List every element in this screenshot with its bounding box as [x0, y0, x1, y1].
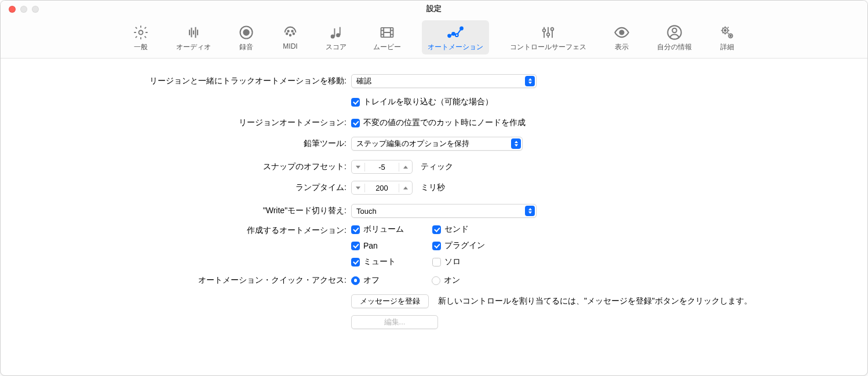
checkbox-icon — [351, 119, 360, 127]
svg-point-22 — [672, 28, 676, 32]
tab-label: コントロールサーフェス — [510, 42, 586, 52]
checkbox-label: ミュート — [363, 257, 396, 267]
tab-view[interactable]: 表示 — [607, 20, 636, 54]
svg-point-17 — [543, 29, 546, 32]
chevron-up-icon[interactable] — [399, 181, 412, 194]
titlebar: 設定 — [1, 1, 867, 17]
checkbox-label: 不変の値の位置でのカット時にノードを作成 — [363, 118, 526, 128]
svg-point-13 — [448, 35, 451, 38]
plugin-checkbox[interactable]: プラグイン — [432, 240, 513, 251]
automation-icon — [447, 24, 464, 41]
svg-point-0 — [139, 31, 143, 35]
checkbox-label: プラグイン — [444, 240, 485, 251]
checkbox-icon — [351, 98, 360, 107]
button-label: 編集... — [384, 317, 406, 327]
learn-message-button[interactable]: メッセージを登録 — [351, 294, 429, 308]
notes-icon — [327, 24, 345, 41]
tab-control-surfaces[interactable]: コントロールサーフェス — [504, 20, 592, 54]
mute-checkbox[interactable]: ミュート — [351, 257, 432, 267]
tab-label: 表示 — [615, 42, 629, 52]
write-mode-popup[interactable]: Touch — [351, 204, 537, 218]
checkbox-label: センド — [444, 224, 469, 235]
quick-access-label: オートメーション・クイック・アクセス: — [24, 275, 351, 286]
preferences-window: 設定 一般 オーディオ 録音 MIDI — [0, 0, 868, 376]
move-automation-popup[interactable]: 確認 — [351, 74, 537, 88]
tab-record[interactable]: 録音 — [232, 20, 261, 54]
checkbox-icon — [432, 242, 441, 250]
svg-point-18 — [547, 33, 550, 36]
chevron-down-icon[interactable] — [352, 160, 364, 173]
tab-label: 自分の情報 — [657, 42, 692, 52]
checkbox-label: トレイルを取り込む（可能な場合） — [363, 97, 493, 107]
quick-on-radio[interactable]: オン — [432, 275, 460, 286]
quick-off-radio[interactable]: オフ — [351, 275, 380, 286]
chevron-updown-icon — [525, 206, 535, 216]
preferences-toolbar: 一般 オーディオ 録音 MIDI スコア — [1, 17, 867, 59]
snap-unit: ティック — [421, 162, 453, 172]
chevron-down-icon[interactable] — [352, 181, 364, 194]
checkbox-label: ソロ — [444, 257, 461, 267]
tab-advanced[interactable]: 詳細 — [713, 20, 742, 54]
record-icon — [238, 24, 255, 41]
svg-point-20 — [620, 31, 624, 35]
tab-general[interactable]: 一般 — [126, 20, 155, 54]
popup-value: Touch — [356, 207, 377, 216]
svg-point-4 — [290, 35, 291, 36]
chevron-up-icon[interactable] — [399, 160, 412, 173]
pan-checkbox[interactable]: Pan — [351, 240, 432, 251]
create-nodes-checkbox[interactable]: 不変の値の位置でのカット時にノードを作成 — [351, 118, 526, 128]
tab-audio[interactable]: オーディオ — [170, 20, 217, 54]
tab-automation[interactable]: オートメーション — [422, 20, 489, 54]
checkbox-icon — [351, 258, 360, 267]
write-mode-label: "Write"モード切り替え: — [24, 206, 351, 216]
checkbox-icon — [432, 225, 441, 234]
solo-checkbox[interactable]: ソロ — [432, 257, 513, 267]
pencil-tool-popup[interactable]: ステップ編集のオプションを保持 — [351, 137, 523, 151]
popup-value: 確認 — [356, 76, 371, 86]
checkbox-label: Pan — [363, 241, 378, 250]
radio-label: オン — [444, 275, 460, 286]
checkbox-icon — [432, 258, 441, 267]
tab-label: MIDI — [283, 42, 297, 50]
tab-label: 一般 — [134, 42, 148, 52]
ramp-time-label: ランプタイム: — [24, 182, 351, 193]
svg-point-6 — [287, 31, 289, 32]
tab-score[interactable]: スコア — [320, 20, 352, 54]
svg-point-7 — [291, 31, 293, 32]
waveform-icon — [185, 24, 202, 41]
svg-point-2 — [243, 30, 249, 35]
midi-icon — [282, 24, 299, 41]
tab-label: オートメーション — [428, 42, 483, 52]
tab-label: スコア — [326, 42, 347, 52]
stepper-value: 200 — [364, 184, 399, 192]
trail-checkbox[interactable]: トレイルを取り込む（可能な場合） — [351, 97, 493, 107]
send-checkbox[interactable]: センド — [432, 224, 513, 235]
tab-label: オーディオ — [176, 42, 211, 52]
ramp-unit: ミリ秒 — [421, 182, 445, 193]
preferences-content: リージョンと一緒にトラックオートメーションを移動: 確認 トレイルを取り込む（可… — [1, 59, 867, 347]
tab-movie[interactable]: ムービー — [367, 20, 407, 54]
svg-point-16 — [460, 27, 463, 30]
svg-rect-9 — [334, 28, 335, 36]
volume-checkbox[interactable]: ボリューム — [351, 224, 432, 235]
learn-help-text: 新しいコントロールを割り当てるには、"メッセージを登録"ボタンをクリックします。 — [438, 296, 752, 306]
tab-profile[interactable]: 自分の情報 — [651, 20, 698, 54]
move-automation-label: リージョンと一緒にトラックオートメーションを移動: — [24, 76, 351, 86]
svg-point-24 — [724, 30, 726, 31]
chevron-updown-icon — [511, 138, 521, 149]
tab-label: 録音 — [239, 42, 253, 52]
pencil-tool-label: 鉛筆ツール: — [24, 138, 351, 149]
snap-offset-stepper[interactable]: -5 — [351, 160, 413, 174]
ramp-time-stepper[interactable]: 200 — [351, 181, 413, 195]
window-title: 設定 — [1, 3, 867, 14]
region-automation-label: リージョンオートメーション: — [24, 118, 351, 128]
svg-rect-11 — [340, 27, 341, 35]
tab-midi[interactable]: MIDI — [276, 20, 305, 53]
chevron-updown-icon — [525, 76, 535, 86]
snap-offset-label: スナップのオフセット: — [24, 162, 351, 172]
radio-icon — [351, 276, 360, 285]
svg-point-26 — [730, 35, 731, 36]
tab-label: 詳細 — [720, 42, 734, 52]
edit-button: 編集... — [351, 315, 438, 329]
svg-point-3 — [286, 33, 287, 34]
